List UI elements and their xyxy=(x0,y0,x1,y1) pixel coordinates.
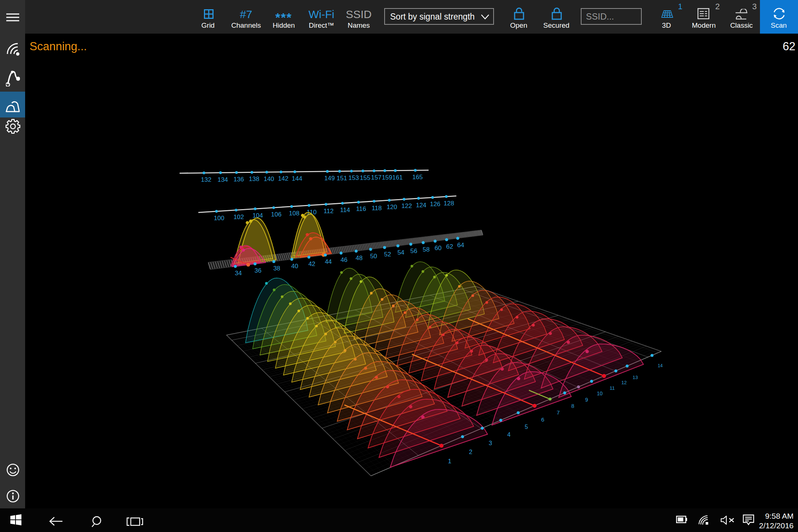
svg-text:112: 112 xyxy=(324,208,334,215)
svg-text:106: 106 xyxy=(271,211,282,218)
svg-text:48: 48 xyxy=(356,255,363,262)
svg-text:2: 2 xyxy=(469,449,472,456)
svg-text:116: 116 xyxy=(356,205,366,212)
svg-text:144: 144 xyxy=(292,175,302,182)
svg-text:1: 1 xyxy=(448,457,451,465)
svg-text:42: 42 xyxy=(308,260,316,267)
svg-text:64: 64 xyxy=(457,242,464,249)
svg-text:165: 165 xyxy=(412,174,423,181)
svg-text:151: 151 xyxy=(337,175,347,182)
svg-text:10: 10 xyxy=(597,391,603,396)
svg-text:138: 138 xyxy=(249,175,259,183)
svg-text:149: 149 xyxy=(324,175,335,182)
svg-text:8: 8 xyxy=(571,403,574,409)
svg-text:157: 157 xyxy=(371,174,381,181)
svg-text:118: 118 xyxy=(372,205,382,212)
svg-text:155: 155 xyxy=(360,174,370,181)
svg-text:161: 161 xyxy=(392,174,403,181)
svg-text:44: 44 xyxy=(325,258,332,265)
svg-text:13: 13 xyxy=(632,375,638,380)
svg-text:52: 52 xyxy=(384,251,391,258)
svg-text:124: 124 xyxy=(416,202,426,209)
svg-text:56: 56 xyxy=(410,248,417,255)
svg-text:159: 159 xyxy=(382,174,392,181)
svg-text:140: 140 xyxy=(264,175,274,183)
svg-text:4: 4 xyxy=(507,431,511,438)
svg-text:60: 60 xyxy=(434,245,441,252)
svg-text:11: 11 xyxy=(610,385,615,391)
svg-text:100: 100 xyxy=(214,215,224,222)
svg-text:9: 9 xyxy=(585,397,588,403)
svg-text:3: 3 xyxy=(489,440,492,446)
svg-text:132: 132 xyxy=(201,176,211,183)
svg-text:38: 38 xyxy=(273,265,280,272)
svg-text:54: 54 xyxy=(398,249,405,256)
svg-text:134: 134 xyxy=(218,176,228,183)
svg-text:12: 12 xyxy=(621,380,627,385)
svg-text:7: 7 xyxy=(557,409,560,416)
svg-text:120: 120 xyxy=(387,204,397,211)
svg-text:14: 14 xyxy=(658,363,663,368)
svg-text:36: 36 xyxy=(255,267,262,274)
svg-text:62: 62 xyxy=(446,243,453,250)
svg-text:58: 58 xyxy=(423,246,430,253)
svg-text:5: 5 xyxy=(525,424,528,430)
svg-text:128: 128 xyxy=(444,200,454,207)
svg-text:50: 50 xyxy=(370,253,377,260)
svg-text:46: 46 xyxy=(341,256,348,263)
svg-text:126: 126 xyxy=(430,201,440,208)
svg-text:6: 6 xyxy=(541,416,545,423)
svg-text:34: 34 xyxy=(235,270,242,277)
svg-text:40: 40 xyxy=(291,263,298,270)
svg-text:108: 108 xyxy=(289,210,299,217)
svg-text:102: 102 xyxy=(233,214,244,221)
svg-text:136: 136 xyxy=(233,176,244,183)
svg-text:122: 122 xyxy=(402,202,412,209)
svg-text:114: 114 xyxy=(340,207,350,214)
svg-text:153: 153 xyxy=(348,174,359,181)
svg-text:142: 142 xyxy=(278,175,288,182)
